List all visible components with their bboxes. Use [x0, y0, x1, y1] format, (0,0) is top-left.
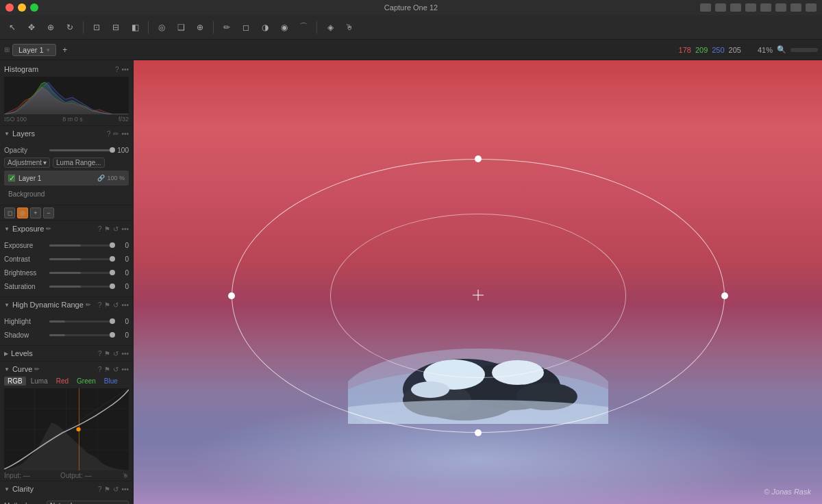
- tool-rotate[interactable]: ↻: [62, 19, 78, 36]
- curve-reset[interactable]: ↺: [113, 366, 119, 373]
- clarity-header[interactable]: ▼ Clarity ? ⚑ ↺ •••: [0, 481, 133, 496]
- tool-keystone[interactable]: ◧: [127, 19, 143, 36]
- ctrl-dot-left[interactable]: [228, 292, 235, 299]
- curve-header[interactable]: ▼ Curve ✏ ? ⚑ ↺ •••: [0, 362, 133, 377]
- tool-spot[interactable]: ◎: [153, 19, 170, 36]
- brightness-track[interactable]: [49, 272, 112, 274]
- ctrl-center-container[interactable]: [473, 290, 484, 302]
- curve-eyedropper-icon[interactable]: 🖰: [122, 472, 129, 479]
- blend-mode-select[interactable]: Adjustment ▾: [4, 158, 50, 168]
- layers-menu-icon[interactable]: •••: [121, 130, 129, 138]
- saturation-thumb[interactable]: [110, 284, 115, 289]
- shadow-track[interactable]: [49, 334, 112, 336]
- tb-icon-6[interactable]: [775, 3, 786, 12]
- contrast-track[interactable]: [49, 258, 112, 260]
- shadow-value: 0: [115, 331, 129, 339]
- tool-zoom[interactable]: ⊕: [42, 19, 59, 36]
- curve-tab-blue[interactable]: Blue: [101, 377, 121, 386]
- exp-flag[interactable]: ⚑: [104, 225, 110, 233]
- layers-header[interactable]: ▼ Layers ? ✏ •••: [0, 126, 133, 141]
- tool-wb[interactable]: ◈: [322, 19, 338, 36]
- add-layer-button[interactable]: +: [59, 44, 71, 56]
- tool-picker[interactable]: 🖰: [341, 19, 358, 36]
- minimize-button[interactable]: [18, 3, 26, 12]
- tool-heal[interactable]: ⊕: [192, 19, 208, 36]
- brightness-thumb[interactable]: [110, 270, 115, 275]
- ctrl-dot-top[interactable]: [475, 155, 482, 162]
- close-button[interactable]: [5, 3, 14, 12]
- lvl-help[interactable]: ?: [98, 350, 102, 357]
- highlight-track[interactable]: [49, 320, 112, 323]
- exp-help[interactable]: ?: [98, 225, 102, 233]
- tool-lasso[interactable]: ⌒: [295, 19, 312, 36]
- oval-tool-btn[interactable]: ◎: [17, 207, 28, 218]
- highlight-thumb[interactable]: [110, 318, 115, 324]
- tb-icon-1[interactable]: [700, 3, 711, 12]
- add-mask-btn[interactable]: +: [30, 207, 41, 218]
- exp-reset[interactable]: ↺: [113, 225, 119, 233]
- opacity-thumb[interactable]: [110, 147, 115, 153]
- layer-badge[interactable]: Layer 1 ▾: [12, 44, 56, 56]
- tb-icon-8[interactable]: [806, 3, 817, 12]
- contrast-fill: [49, 258, 81, 260]
- curve-tab-red[interactable]: Red: [53, 377, 72, 386]
- levels-header[interactable]: ▶ Levels ? ⚑ ↺ •••: [0, 346, 133, 361]
- image-area[interactable]: © Jonas Rask: [134, 60, 822, 504]
- exposure-thumb[interactable]: [110, 242, 115, 248]
- tb-icon-5[interactable]: [760, 3, 771, 12]
- layer-item-1[interactable]: ✓ Layer 1 🔗 100 %: [4, 171, 129, 186]
- tool-brush[interactable]: ✏: [219, 19, 235, 36]
- layer-checkbox-1[interactable]: ✓: [8, 175, 15, 181]
- hdr-help[interactable]: ?: [98, 301, 102, 309]
- hdr-reset[interactable]: ↺: [113, 301, 119, 309]
- curve-tab-green[interactable]: Green: [73, 377, 99, 386]
- tool-radial[interactable]: ◉: [276, 19, 292, 36]
- tool-move[interactable]: ✥: [23, 19, 40, 36]
- tb-icon-2[interactable]: [715, 3, 726, 12]
- exposure-track[interactable]: [49, 244, 112, 247]
- tb-icon-4[interactable]: [745, 3, 756, 12]
- exposure-header[interactable]: ▼ Exposure ✏ ? ⚑ ↺ •••: [0, 221, 133, 236]
- tool-crop[interactable]: ⊡: [88, 19, 105, 36]
- histogram-help-icon[interactable]: ?: [115, 66, 119, 73]
- clarity-flag[interactable]: ⚑: [104, 486, 110, 493]
- tb-icon-3[interactable]: [730, 3, 741, 12]
- histogram-menu-icon[interactable]: •••: [121, 66, 129, 73]
- brush-tool-btn[interactable]: ◻: [4, 207, 15, 218]
- curve-tab-luma[interactable]: Luma: [27, 377, 51, 386]
- contrast-thumb[interactable]: [110, 256, 115, 262]
- layers-help-icon[interactable]: ?: [107, 130, 111, 138]
- delete-mask-btn[interactable]: −: [43, 207, 54, 218]
- luma-range-select[interactable]: Luma Range...: [53, 158, 105, 168]
- method-select[interactable]: Natural ▾: [47, 501, 129, 505]
- lvl-flag[interactable]: ⚑: [104, 350, 110, 357]
- tool-eraser[interactable]: ◻: [238, 19, 254, 36]
- saturation-track[interactable]: [49, 286, 112, 288]
- lvl-reset[interactable]: ↺: [113, 350, 119, 357]
- hdr-flag[interactable]: ⚑: [104, 301, 110, 309]
- hdr-header[interactable]: ▼ High Dynamic Range ✏ ? ⚑ ↺ •••: [0, 297, 133, 312]
- tool-gradient[interactable]: ◑: [257, 19, 273, 36]
- tool-clone[interactable]: ❑: [173, 19, 189, 36]
- tool-straighten[interactable]: ⊟: [108, 19, 124, 36]
- hdr-menu[interactable]: •••: [121, 301, 129, 309]
- clarity-menu[interactable]: •••: [121, 486, 129, 493]
- ctrl-dot-bottom[interactable]: [475, 429, 482, 436]
- shadow-thumb[interactable]: [110, 332, 115, 338]
- curve-menu[interactable]: •••: [121, 366, 129, 373]
- curve-flag[interactable]: ⚑: [104, 366, 110, 373]
- clarity-reset[interactable]: ↺: [113, 486, 119, 493]
- curve-canvas[interactable]: [4, 388, 129, 470]
- ctrl-dot-right[interactable]: [721, 292, 728, 299]
- lvl-menu[interactable]: •••: [121, 350, 129, 357]
- clarity-help[interactable]: ?: [98, 486, 102, 493]
- curve-tab-rgb[interactable]: RGB: [4, 377, 26, 386]
- ellipse-overlay[interactable]: [232, 159, 725, 433]
- tool-cursor[interactable]: ↖: [4, 19, 21, 36]
- layers-edit-icon[interactable]: ✏: [113, 130, 119, 138]
- maximize-button[interactable]: [30, 3, 38, 12]
- tb-icon-7[interactable]: [790, 3, 801, 12]
- curve-help[interactable]: ?: [98, 366, 102, 373]
- exp-menu[interactable]: •••: [121, 225, 129, 233]
- opacity-track[interactable]: [49, 149, 112, 151]
